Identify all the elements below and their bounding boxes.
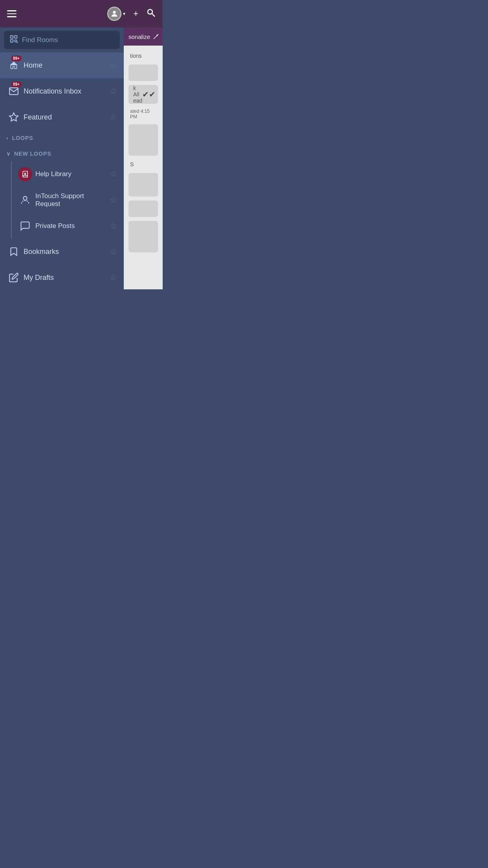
find-rooms-search[interactable] — [4, 31, 120, 49]
sidebar-item-intouch-support[interactable]: InTouch Support Request ☆ — [12, 187, 124, 213]
right-text: S — [127, 160, 160, 169]
right-card-4 — [128, 200, 158, 217]
private-posts-label: Private Posts — [35, 222, 110, 230]
bookmarks-icon — [6, 244, 21, 259]
intouch-support-star-icon[interactable]: ☆ — [110, 195, 117, 205]
sidebar-item-notifications[interactable]: 99+ Notifications Inbox ☆ — [0, 78, 124, 104]
svg-marker-8 — [9, 113, 18, 121]
mark-all-read-button[interactable]: k All ead ✔✔ — [128, 85, 158, 104]
main-wrapper: sonalize tions k All ead ✔✔ ated 4:15 PM… — [0, 28, 163, 289]
my-drafts-star-icon[interactable]: ☆ — [110, 272, 117, 283]
sidebar: 99+ Home ☆ 99+ Notifications Inbox ☆ — [0, 28, 124, 289]
private-posts-icon — [18, 219, 32, 233]
svg-point-6 — [15, 40, 17, 42]
timestamp-label: ated 4:15 PM — [127, 108, 160, 120]
search-button[interactable] — [146, 8, 156, 20]
home-star-icon[interactable]: ☆ — [110, 60, 117, 70]
help-library-label: Help Library — [35, 170, 110, 178]
personalize-label: sonalize — [128, 33, 150, 40]
profile-button[interactable]: ▾ — [107, 7, 125, 21]
sidebar-item-bookmarks[interactable]: Bookmarks ☆ — [0, 239, 124, 265]
intouch-support-icon — [18, 193, 32, 207]
featured-icon — [6, 110, 21, 125]
svg-rect-5 — [11, 40, 13, 42]
loops-section-header[interactable]: › LOOPS — [0, 130, 124, 146]
notifications-badge: 99+ — [11, 81, 22, 87]
right-content: tions k All ead ✔✔ ated 4:15 PM S — [124, 47, 163, 256]
home-label: Home — [24, 61, 110, 70]
sidebar-item-help-library[interactable]: Help Library ☆ — [12, 162, 124, 187]
sidebar-item-my-drafts[interactable]: My Drafts ☆ — [0, 265, 124, 289]
new-loops-sub-items: Help Library ☆ InTouch Support Request ☆ — [11, 162, 124, 239]
svg-point-0 — [113, 11, 116, 14]
new-loops-section-label: NEW LOOPS — [14, 151, 51, 157]
avatar — [107, 7, 121, 21]
right-panel: sonalize tions k All ead ✔✔ ated 4:15 PM… — [124, 28, 163, 289]
app-header: ▾ + — [0, 0, 163, 28]
find-rooms-icon — [9, 35, 18, 45]
right-card-5 — [128, 221, 158, 252]
loops-section-label: LOOPS — [12, 135, 33, 141]
notifications-star-icon[interactable]: ☆ — [110, 86, 117, 96]
new-loops-section-header[interactable]: ∨ NEW LOOPS — [0, 146, 124, 162]
find-rooms-input[interactable] — [22, 36, 114, 44]
intouch-support-label: InTouch Support Request — [35, 192, 110, 208]
my-drafts-label: My Drafts — [24, 274, 110, 282]
profile-chevron-icon: ▾ — [123, 11, 125, 17]
my-drafts-icon — [6, 270, 21, 285]
svg-rect-3 — [11, 36, 13, 38]
personalize-button[interactable]: sonalize — [128, 33, 160, 40]
mark-all-read-label: k All ead — [133, 85, 142, 104]
personalize-bar: sonalize — [124, 28, 163, 46]
right-card-3 — [128, 173, 158, 197]
bookmarks-label: Bookmarks — [24, 248, 110, 256]
help-library-star-icon[interactable]: ☆ — [110, 169, 117, 179]
hamburger-menu[interactable] — [7, 10, 17, 17]
loops-chevron-icon: › — [6, 135, 8, 141]
bookmarks-star-icon[interactable]: ☆ — [110, 246, 117, 257]
svg-line-2 — [152, 14, 155, 17]
notifications-label: Notifications Inbox — [24, 87, 110, 96]
svg-point-9 — [25, 173, 26, 174]
help-library-icon — [18, 167, 32, 181]
sidebar-item-private-posts[interactable]: Private Posts ☆ — [12, 213, 124, 239]
featured-star-icon[interactable]: ☆ — [110, 112, 117, 122]
private-posts-star-icon[interactable]: ☆ — [110, 221, 117, 231]
svg-point-10 — [23, 197, 27, 200]
add-button[interactable]: + — [133, 9, 138, 19]
featured-label: Featured — [24, 113, 110, 121]
sidebar-item-home[interactable]: 99+ Home ☆ — [0, 52, 124, 78]
svg-line-7 — [17, 42, 18, 43]
sidebar-item-featured[interactable]: Featured ☆ — [0, 104, 124, 130]
new-loops-chevron-icon: ∨ — [6, 151, 10, 157]
double-check-icon: ✔✔ — [142, 90, 156, 99]
right-card-2 — [128, 124, 158, 156]
home-badge: 99+ — [11, 55, 22, 61]
right-card-1 — [128, 64, 158, 81]
svg-point-1 — [148, 9, 152, 14]
notifications-label: tions — [127, 51, 160, 61]
svg-rect-4 — [15, 36, 17, 38]
